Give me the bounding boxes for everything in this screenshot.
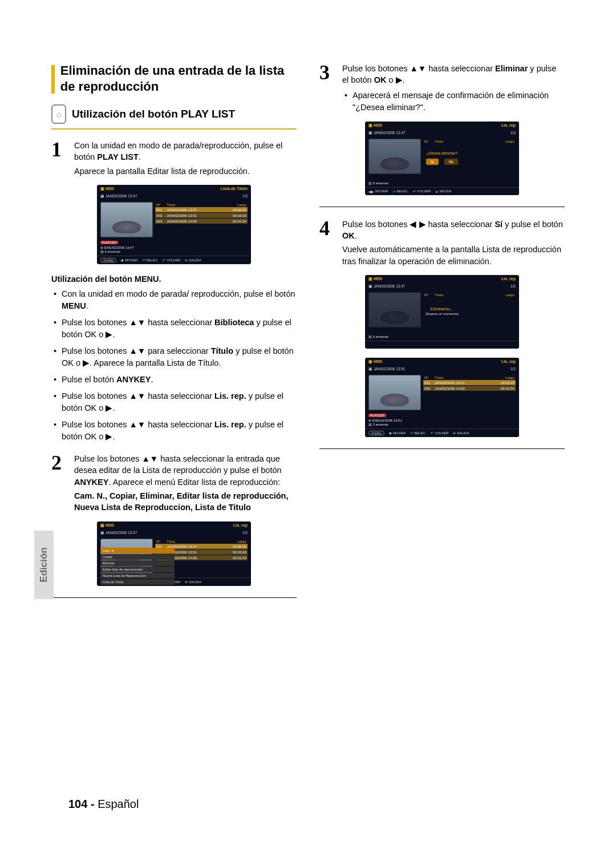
list-item: Pulse los botones ▲▼ hasta seleccionar L… (54, 390, 297, 414)
count-label: 1/3 (242, 194, 248, 199)
step-2: 2 Pulse los botones ▲▼ hasta seleccionar… (51, 453, 297, 513)
two-column-layout: Eliminación de una entrada de la lista d… (51, 63, 565, 609)
screenshot-confirm-delete: ▣ HDDLis. rep ▣ JAN/02/2006 13:471/3 NºT… (365, 122, 519, 195)
hdd-label: HDD (106, 187, 114, 191)
mover-label: MOVER (125, 258, 137, 262)
col-num: Nº (156, 203, 167, 207)
screenshot-title-list: ▣ HDDLista de Título ▣ JAN/02/2006 13:47… (97, 185, 251, 264)
no-button: No (444, 159, 458, 165)
table-row: 003JAN/02/2006 14:0800:01:54 (155, 219, 248, 224)
menu-item: Eliminar (100, 560, 175, 566)
menu-item: Lista de Título (100, 579, 175, 585)
section-divider (319, 207, 565, 207)
page-language: Español (98, 798, 139, 810)
menu-item: Cam. N (100, 548, 175, 553)
meta-scenes: 6 escenas (373, 181, 388, 185)
step-text: Pulse los botones ▲▼ hasta seleccionar l… (74, 453, 297, 488)
subsection-title: Utilización del botón PLAY LIST (72, 108, 235, 120)
table-row: 002JAN/02/2006 13:5100:03:33 (155, 213, 248, 218)
step-3: 3 Pulse los botones ▲▼ hasta seleccionar… (319, 63, 565, 114)
list-item: Pulse los botones ▲▼ hasta seleccionar L… (54, 419, 297, 443)
context-menu: Cam. N Copiar Eliminar Editar lista de r… (100, 548, 175, 585)
subsection-header: ⌂ Utilización del botón PLAY LIST (51, 104, 297, 124)
step-text: Pulse los botones ▲▼ hasta seleccionar E… (342, 63, 565, 86)
screenshot-edit-menu: ▣ HDDLis. rep ▣ JAN/02/2006 13:471/3 NºT… (97, 521, 251, 586)
list-item: Pulse el botón ANYKEY. (54, 374, 297, 386)
date-label: JAN/02/2006 13:47 (106, 194, 137, 198)
meta-date: ENE/02/2006 13:47 (104, 246, 134, 249)
menu-subsection-title: Utilización del botón MENU. (51, 274, 297, 284)
list-item: Con la unidad en modo de parada/ reprodu… (54, 288, 297, 312)
anykey-btn: Anykey (100, 258, 116, 262)
manual-page: Eliminación de una entrada de la lista d… (0, 0, 616, 845)
page-number: 104 - (68, 798, 95, 810)
yes-button: Sí (426, 159, 439, 165)
right-column: 3 Pulse los botones ▲▼ hasta seleccionar… (319, 63, 565, 609)
table-row: 002JAN/02/2006 14:0800:01:54 (423, 386, 516, 391)
menu-item: Nueva Lista de Reproducción (100, 573, 175, 579)
step-text-2: Vuelve automáticamente a la pantalla Lis… (342, 244, 565, 267)
screen-footer: Anykey ◆ MOVER ⏎ SELEC. ↶ VOLVER ⊖ SALID… (97, 256, 251, 264)
section-title: Eliminación de una entrada de la lista d… (60, 63, 297, 94)
list-item: Aparecerá el mensaje de confirmación de … (345, 90, 565, 114)
step-number: 2 (51, 448, 62, 477)
step-4: 4 Pulse los botones ◀ ▶ hasta selecciona… (319, 219, 565, 267)
selec-label: SELEC. (146, 258, 158, 262)
accent-bar-icon (51, 65, 55, 94)
thumbnail (368, 292, 421, 328)
meta-scenes: 6 escenas (105, 250, 120, 253)
col-title: Título (167, 203, 222, 207)
side-tab: Edición (34, 531, 54, 599)
processing-message: Eliminando... (Espere un momento) (425, 307, 459, 316)
step-text: Pulse los botones ◀ ▶ hasta seleccionar … (342, 219, 565, 242)
volver-label: VOLVER (167, 258, 180, 262)
title-table: NºTítuloLargo 001JAN/02/2006 13:4700:06:… (155, 202, 248, 237)
step-number: 4 (319, 214, 330, 242)
col-length: Largo (222, 203, 246, 207)
table-row: 001JAN/02/2006 13:5100:03:33 (423, 380, 516, 385)
screenshot-result-list: ▣ HDDLis. rep ▣ JAN/02/2006 13:511/2 NºT… (365, 358, 519, 437)
screen-title: Lista de Título (221, 187, 248, 191)
step-text-2: Aparece la pantalla Editar lista de repr… (74, 165, 297, 177)
confirm-dialog: ¿Desea eliminar? Sí No (399, 151, 485, 165)
step-text-bold: Cam. N., Copiar, Eliminar, Editar lista … (74, 490, 297, 514)
menu-item: Editar lista de reproducción (100, 567, 175, 572)
list-item: Pulse los botones ▲▼ para seleccionar Tí… (54, 345, 297, 369)
step-text: Con la unidad en modo de parada/reproduc… (74, 140, 297, 163)
step-number: 3 (319, 58, 330, 87)
thumbnail (368, 375, 421, 410)
section-header: Eliminación de una entrada de la lista d… (51, 63, 297, 94)
confirm-message: ¿Desea eliminar? (399, 151, 485, 155)
table-row: 001JAN/02/2006 13:4700:06:09 (155, 207, 248, 212)
thumbnail (100, 202, 153, 237)
menu-item: Copiar (100, 554, 175, 560)
salida-label: SALIDA (189, 258, 201, 262)
list-item: Pulse los botones ▲▼ hasta seleccionar B… (54, 317, 297, 341)
screenshot-deleting: ▣ HDDLis. rep ▣ JAN/02/2006 13:471/3 NºT… (365, 275, 519, 349)
page-footer: 104 - Español (68, 798, 139, 811)
playlist-tag: PLAYLIST (100, 241, 118, 244)
menu-bullets: Con la unidad en modo de parada/ reprodu… (54, 288, 297, 443)
section-divider (51, 597, 297, 598)
left-column: Eliminación de una entrada de la lista d… (51, 63, 297, 609)
side-tab-label: Edición (38, 547, 50, 582)
step-number: 1 (51, 135, 62, 164)
accent-underline (51, 128, 297, 130)
step-1: 1 Con la unidad en modo de parada/reprod… (51, 140, 297, 177)
section-divider (319, 448, 565, 449)
remote-icon: ⌂ (51, 104, 66, 124)
bold-text: PLAY LIST (97, 152, 139, 161)
